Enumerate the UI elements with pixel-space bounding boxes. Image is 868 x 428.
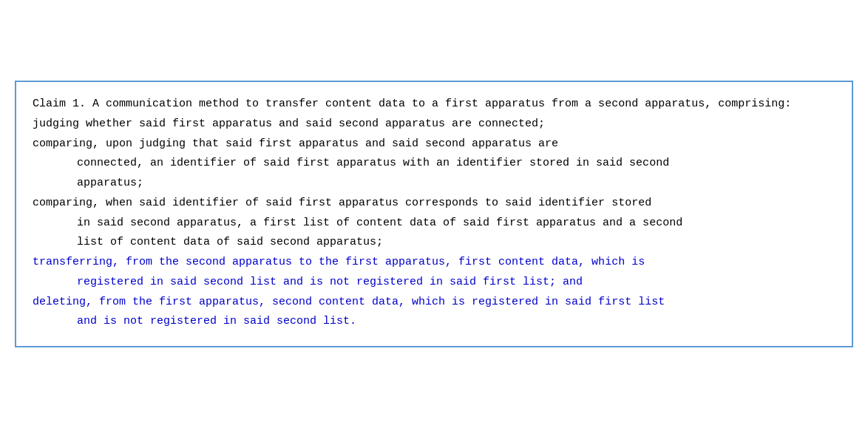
line-comparing-1-main: comparing, upon judging that said first … — [33, 135, 835, 154]
line-comparing-1-indent2: apparatus; — [33, 174, 835, 193]
line-deleting-main: deleting, from the first apparatus, seco… — [33, 293, 835, 312]
patent-claim-box: Claim 1. A communication method to trans… — [15, 81, 853, 347]
line-deleting-indent1: and is not registered in said second lis… — [33, 313, 835, 331]
line-comparing-2-indent1: in said second apparatus, a first list o… — [33, 214, 835, 233]
line-transferring-indent1: registered in said second list and is no… — [33, 274, 835, 292]
line-comparing-2-indent2: list of content data of said second appa… — [33, 234, 835, 252]
line-transferring-main: transferring, from the second apparatus … — [33, 254, 835, 272]
line-comparing-2-main: comparing, when said identifier of said … — [33, 194, 835, 213]
claim-intro: Claim 1. A communication method to trans… — [33, 95, 835, 114]
line-comparing-1-indent1: connected, an identifier of said first a… — [33, 154, 835, 173]
line-judging: judging whether said first apparatus and… — [33, 115, 835, 134]
